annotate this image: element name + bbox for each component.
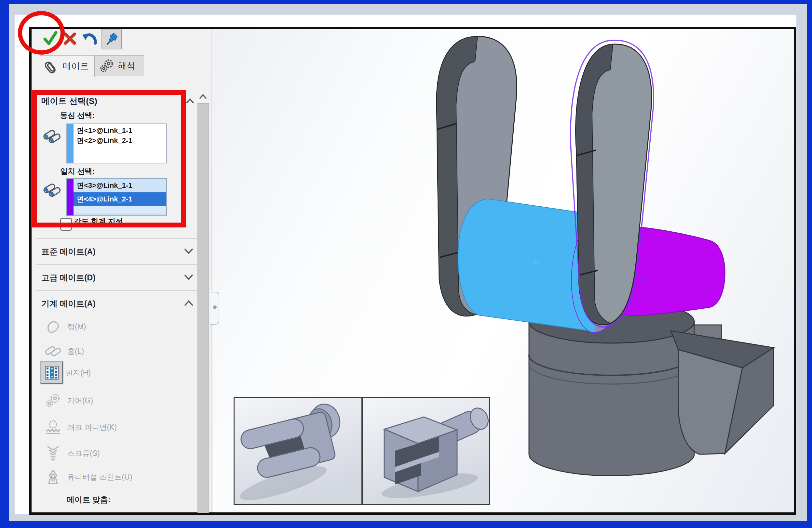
screw-icon (41, 445, 65, 462)
tab-analysis[interactable]: 해석 (95, 55, 144, 76)
gears-analysis-icon (100, 59, 114, 73)
paperclip-mate-icon (45, 59, 59, 73)
panel-divider (211, 29, 212, 512)
mate-item-universal-joint[interactable]: 유니버셜 조인트(U) (31, 468, 211, 486)
undo-arrow-icon (81, 30, 98, 47)
divider (36, 264, 206, 265)
section-advanced-mates[interactable]: 고급 메이트(D) (41, 272, 96, 283)
thumbnail-link1-clevis[interactable] (234, 398, 362, 504)
mate-item-label: 래크 피니언(K) (67, 422, 117, 433)
slot-icon (41, 344, 65, 359)
annotation-circle (18, 11, 65, 55)
hinge-icon (44, 365, 59, 380)
part-thumbnails-inset (234, 397, 490, 505)
undo-button[interactable] (81, 29, 99, 48)
panel-tabs: 메이트 해석 (39, 55, 208, 77)
mate-item-hinge[interactable]: 힌지(H) (31, 363, 211, 382)
graphics-viewport[interactable] (213, 29, 794, 512)
pushpin-icon (104, 32, 119, 46)
mate-item-cam[interactable]: 캠(M) (31, 317, 211, 336)
mate-item-screw[interactable]: 스크류(S) (31, 444, 211, 463)
cancel-button[interactable] (63, 31, 77, 46)
collapse-chevron-icon[interactable] (186, 97, 194, 104)
mate-property-panel: 메이트 해석 메이트 선택(S) 동심 선택: (31, 29, 211, 512)
tab-mate[interactable]: 메이트 (40, 55, 95, 77)
divider (36, 290, 206, 291)
universal-joint-icon (41, 468, 65, 486)
tab-analysis-label: 해석 (118, 60, 135, 72)
pin-button[interactable] (101, 29, 122, 49)
x-icon (63, 32, 76, 45)
mate-item-label: 유니버셜 조인트(U) (67, 472, 132, 482)
mate-item-label: 홈(L) (67, 346, 84, 357)
base-pedestal[interactable] (529, 300, 694, 476)
gear-icon (41, 393, 65, 408)
section-standard-mates[interactable]: 표준 메이트(A) (41, 246, 96, 257)
mate-alignment-label: 메이트 맞춤: (67, 495, 111, 505)
scrollbar-up-arrow[interactable] (197, 92, 209, 101)
divider (36, 238, 206, 239)
cam-icon (41, 319, 65, 334)
scrollbar-thumb[interactable] (198, 103, 209, 513)
splitter-dot-icon (213, 305, 217, 309)
hinge-selected-button[interactable] (41, 362, 63, 384)
mate-item-slot[interactable]: 홈(L) (31, 342, 211, 361)
rack-pinion-icon (41, 419, 65, 435)
chevron-up-icon[interactable] (184, 300, 193, 307)
mate-item-label: 힌지(H) (66, 368, 91, 378)
solidworks-property-manager-window: 메이트 해석 메이트 선택(S) 동심 선택: (29, 27, 796, 515)
chevron-down-icon[interactable] (184, 274, 193, 281)
thumbnail-link2-clevis[interactable] (363, 398, 489, 504)
mate-item-label: 스크류(S) (67, 448, 100, 458)
chevron-down-icon[interactable] (184, 247, 193, 255)
tab-mate-label: 메이트 (62, 60, 89, 72)
section-mechanical-mates[interactable]: 기계 메이트(A) (41, 298, 96, 309)
mate-item-label: 캠(M) (67, 322, 86, 332)
annotation-rectangle (32, 90, 186, 227)
base-block[interactable] (671, 325, 773, 454)
mate-item-label: 기어(G) (67, 396, 93, 406)
mate-item-gear[interactable]: 기어(G) (31, 391, 211, 410)
mate-item-rack-pinion[interactable]: 래크 피니언(K) (31, 418, 211, 437)
